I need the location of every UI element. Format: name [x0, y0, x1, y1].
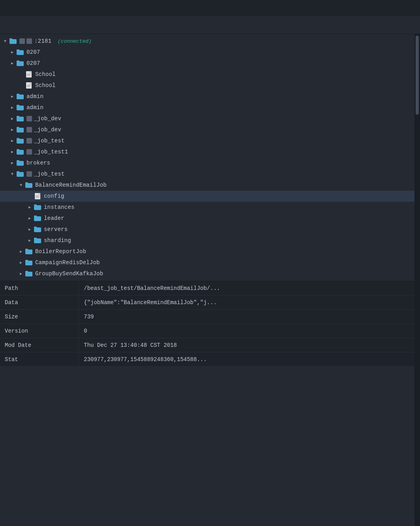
badge-nbeastjobtest — [26, 171, 32, 177]
label-njobtesta: _job_test — [34, 138, 64, 144]
chevron-njobdeva — [9, 115, 16, 122]
chevron-ninstances — [26, 204, 33, 211]
svg-rect-27 — [17, 149, 19, 151]
svg-rect-29 — [17, 160, 19, 162]
folder-icon-njobtesta — [16, 137, 25, 144]
folder-icon-nadminb — [16, 104, 25, 111]
folder-icon-nboilerreport — [25, 248, 33, 255]
tree-node-ngroupbuy[interactable]: GroupBuySendKafkaJob — [0, 268, 414, 279]
badge-njobtesta — [26, 138, 32, 144]
label-ncampaignredis: CampaignRedisDelJob — [35, 259, 100, 266]
info-value-0: /beast_job_test/BalanceRemindEmailJob/..… — [79, 281, 414, 295]
tree-node-n0207a[interactable]: 0207 — [0, 47, 414, 58]
svg-rect-44 — [34, 227, 37, 228]
label-nconfig: config — [44, 193, 64, 199]
tree-node-ncampaignredis[interactable]: CampaignRedisDelJob — [0, 257, 414, 268]
tree-node-njobdevb[interactable]: _job_dev — [0, 124, 414, 135]
svg-rect-40 — [34, 204, 37, 206]
tree-node-nbalanceremind[interactable]: BalanceRemindEmailJob — [0, 180, 414, 191]
folder-icon-nservers — [33, 226, 42, 233]
tree-node-nsharding[interactable]: sharding — [0, 235, 414, 246]
svg-rect-23 — [17, 127, 19, 129]
tree-node-njobtesta[interactable]: _job_test — [0, 135, 414, 146]
scrollbar-thumb — [416, 36, 419, 115]
chevron-ncampaignredis — [17, 259, 25, 266]
chevron-njobdevb — [9, 126, 16, 133]
label-nbeastjobtest: _job_test — [34, 171, 64, 177]
badge-njobdeva — [26, 116, 32, 121]
info-label-3: Version — [0, 324, 79, 338]
info-row-3: Version 0 — [0, 324, 414, 338]
tree-node-n0207b[interactable]: 0207 — [0, 58, 414, 69]
tree-root[interactable]: :2181 (connected) — [0, 36, 414, 47]
tree-content: :2181 (connected) 0207 0207 Scho — [0, 34, 414, 281]
tree-node-nadmina[interactable]: admin — [0, 91, 414, 102]
info-row-0: Path /beast_job_test/BalanceRemindEmailJ… — [0, 281, 414, 295]
tree-area[interactable]: :2181 (connected) 0207 0207 Scho — [0, 34, 414, 526]
scrollbar[interactable] — [414, 34, 420, 526]
tree-node-nschoolb[interactable]: School — [0, 80, 414, 91]
label-nboilerreport: BoilerReportJob — [35, 248, 86, 255]
chevron-nconfig — [26, 193, 33, 200]
label-nadmina: admin — [26, 93, 44, 100]
svg-rect-12 — [30, 82, 32, 84]
label-nschoola: School — [35, 71, 56, 78]
chevron-nadminb — [9, 104, 16, 111]
label-njobdeva: _job_dev — [34, 115, 61, 122]
tree-node-nadminb[interactable]: admin — [0, 102, 414, 113]
label-nadminb: admin — [26, 104, 44, 111]
svg-rect-21 — [17, 116, 19, 117]
tree-node-nbrokers[interactable]: brokers — [0, 157, 414, 168]
chevron-nbeastjobtest — [9, 170, 16, 178]
tree-node-nleader[interactable]: leader — [0, 213, 414, 224]
svg-rect-19 — [17, 105, 19, 106]
chevron-nadmina — [9, 93, 16, 100]
chevron-nservers — [26, 226, 33, 233]
tree-node-ninstances[interactable]: instances — [0, 202, 414, 213]
tree-node-njobtest1[interactable]: _job_test1 — [0, 146, 414, 157]
chevron-njobtest1 — [9, 148, 16, 155]
svg-rect-48 — [25, 249, 28, 250]
info-label-1: Data — [0, 295, 79, 309]
label-njobdevb: _job_dev — [34, 127, 61, 133]
svg-rect-17 — [17, 94, 19, 95]
tree-node-nboilerreport[interactable]: BoilerReportJob — [0, 246, 414, 257]
root-label: :2181 — [34, 38, 51, 44]
svg-rect-5 — [17, 61, 19, 62]
folder-icon-ninstances — [33, 204, 42, 211]
info-row-1: Data {"jobName":"BalanceRemindEmailJob",… — [0, 295, 414, 310]
folder-icon-njobdeva — [16, 115, 25, 122]
folder-icon-nbeastjobtest — [16, 170, 25, 178]
svg-rect-3 — [17, 49, 19, 51]
info-row-5: Stat 230977,230977,1545889248360,154588.… — [0, 352, 414, 367]
folder-icon-nleader — [33, 215, 42, 222]
info-value-5: 230977,230977,1545889248360,154588... — [79, 352, 414, 366]
tree-node-nconfig[interactable]: config — [0, 191, 414, 202]
tree-node-nbeastjobtest[interactable]: _job_test — [0, 168, 414, 180]
svg-rect-35 — [38, 193, 40, 195]
svg-rect-1 — [9, 38, 12, 40]
chevron-n0207a — [9, 49, 16, 56]
label-ngroupbuy: GroupBuySendKafkaJob — [35, 271, 103, 277]
info-value-1: {"jobName":"BalanceRemindEmailJob","j... — [79, 295, 414, 309]
tree-node-njobdeva[interactable]: _job_dev — [0, 113, 414, 124]
folder-icon-ngroupbuy — [25, 270, 33, 277]
root-folder-icon — [9, 38, 17, 45]
label-nbalanceremind: BalanceRemindEmailJob — [35, 182, 107, 188]
chevron-ngroupbuy — [17, 270, 25, 277]
folder-icon-njobdevb — [16, 126, 25, 133]
file-icon-nconfig — [33, 193, 42, 200]
main-area: :2181 (connected) 0207 0207 Scho — [0, 34, 420, 526]
svg-rect-42 — [34, 216, 37, 217]
chevron-nbrokers — [9, 159, 16, 167]
label-nleader: leader — [44, 215, 64, 221]
label-nservers: servers — [44, 226, 68, 233]
chevron-nboilerreport — [17, 248, 25, 255]
label-nschoolb: School — [35, 82, 56, 89]
tree-node-nschoola[interactable]: School — [0, 69, 414, 80]
label-nbrokers: brokers — [26, 160, 50, 166]
tree-node-nservers[interactable]: servers — [0, 224, 414, 235]
folder-icon-njobtest1 — [16, 148, 25, 155]
chevron-nschoolb — [17, 82, 25, 89]
info-panel: Path /beast_job_test/BalanceRemindEmailJ… — [0, 281, 414, 367]
